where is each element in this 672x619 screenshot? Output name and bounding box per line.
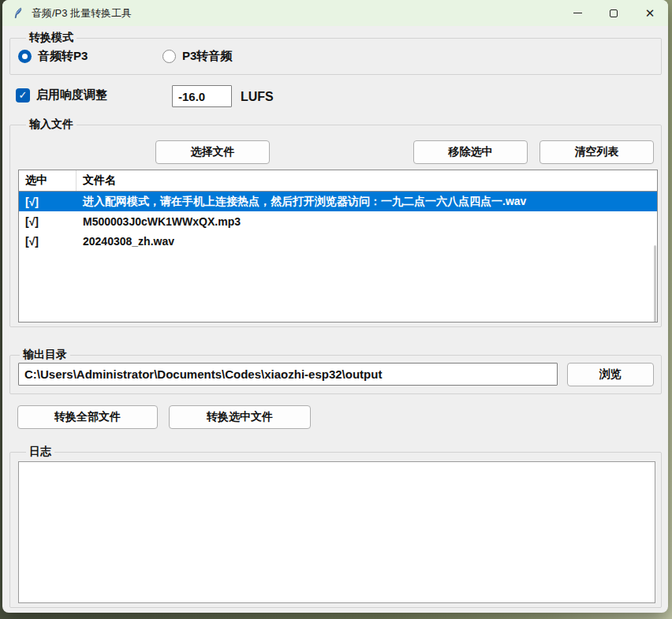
row-checked-cell: [√] [19,235,77,248]
input-files-group: 输入文件 选择文件 移除选中 清空列表 选中 文件名 [√] 进入配网模式，请在… [9,125,662,327]
log-group: 日志 [9,452,662,608]
close-icon: ✕ [645,7,655,19]
column-header-filename[interactable]: 文件名 [77,170,657,191]
row-filename-cell: 进入配网模式，请在手机上连接热点，然后打开浏览器访问：一九二点一六八点四点一.w… [77,195,657,209]
column-header-checked[interactable]: 选中 [19,170,77,191]
maximize-icon [610,9,618,17]
title-bar: 音频/P3 批量转换工具 ✕ [2,0,668,26]
row-checked-cell: [√] [19,196,77,208]
output-dir-group-label: 输出目录 [20,348,70,362]
minimize-icon [573,13,582,13]
radio-p3-to-audio-label: P3转音频 [182,49,232,64]
row-checked-cell: [√] [19,215,77,228]
table-scrollbar[interactable] [654,245,656,323]
output-dir-group: 输出目录 浏览 [9,355,662,394]
browse-button[interactable]: 浏览 [567,363,654,386]
maximize-button[interactable] [595,0,632,26]
file-table-header: 选中 文件名 [19,170,657,192]
row-filename-cell: M500003J0cWK1WWxQX.mp3 [77,215,657,228]
table-row[interactable]: [√] M500003J0cWK1WWxQX.mp3 [19,211,657,231]
window-title: 音频/P3 批量转换工具 [32,6,132,21]
convert-all-button[interactable]: 转换全部文件 [17,405,158,429]
lufs-input[interactable] [172,85,232,107]
mode-group-label: 转换模式 [26,31,77,45]
remove-selected-button[interactable]: 移除选中 [413,140,528,164]
mode-group: 转换模式 音频转P3 P3转音频 [9,38,662,75]
python-feather-icon [12,7,24,20]
file-table: 选中 文件名 [√] 进入配网模式，请在手机上连接热点，然后打开浏览器访问：一九… [18,170,658,323]
log-group-label: 日志 [26,445,54,459]
convert-selected-button[interactable]: 转换选中文件 [169,405,311,429]
row-filename-cell: 20240308_zh.wav [77,235,657,248]
table-row[interactable]: [√] 进入配网模式，请在手机上连接热点，然后打开浏览器访问：一九二点一六八点四… [19,192,657,211]
clear-list-button[interactable]: 清空列表 [539,140,654,164]
input-files-group-label: 输入文件 [26,117,77,132]
loudness-checkbox-label: 启用响度调整 [36,88,107,103]
loudness-checkbox[interactable]: ✓ 启用响度调整 [16,88,107,103]
close-button[interactable]: ✕ [632,0,668,26]
radio-audio-to-p3[interactable]: 音频转P3 [18,49,88,64]
minimize-button[interactable] [559,0,595,26]
radio-unselected-icon [162,50,176,63]
radio-audio-to-p3-label: 音频转P3 [38,49,88,64]
radio-selected-icon [18,50,32,63]
log-textarea[interactable] [18,461,655,603]
radio-p3-to-audio[interactable]: P3转音频 [162,49,232,64]
lufs-unit-label: LUFS [241,90,274,104]
select-files-button[interactable]: 选择文件 [155,140,270,164]
table-row[interactable]: [√] 20240308_zh.wav [19,231,657,251]
app-window: 音频/P3 批量转换工具 ✕ 转换模式 音频转P3 P3转音频 ✓ 启用响度调整… [2,0,668,613]
checkbox-checked-icon: ✓ [16,88,30,103]
output-path-input[interactable] [18,363,558,386]
